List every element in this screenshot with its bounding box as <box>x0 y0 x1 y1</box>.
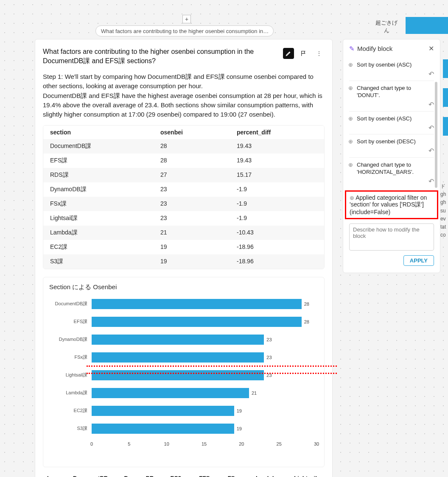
chart-bar[interactable]: Lightsail課 23 <box>92 368 318 382</box>
offscreen-swatches <box>443 59 448 146</box>
panel-title: Modify block <box>357 45 392 52</box>
wand-icon: ✎ <box>349 45 355 53</box>
bar-value: 21 <box>249 388 257 398</box>
highlighted-action: ⊕ Applied categorical filter on 'section… <box>345 190 438 219</box>
table-row: EFS課2819.43 <box>43 153 324 168</box>
chart-bar[interactable]: DynamoDB課 23 <box>92 333 318 346</box>
history-item: ⊕ Changed chart type to 'DONUT'. ↶ <box>349 81 434 112</box>
x-tick: 15 <box>202 441 207 446</box>
undo-icon[interactable]: ↶ <box>428 123 434 133</box>
color-swatch <box>406 17 448 34</box>
panel-scrollbar[interactable] <box>435 82 437 188</box>
more-icon[interactable]: ⋮ <box>314 48 325 59</box>
dataset-label: 超ごきげん <box>374 19 399 34</box>
table-row: DocumentDB課2819.43 <box>43 139 324 153</box>
chart-bar[interactable]: DocumentDB課 28 <box>92 297 318 311</box>
history-item: ⊕ Sort by osenbei (ASC) ↶ <box>349 112 434 135</box>
legend-item: FSx課 <box>228 475 242 477</box>
chart-bar[interactable]: S3課 19 <box>92 422 318 435</box>
undo-icon[interactable]: ↶ <box>428 100 434 109</box>
x-tick: 10 <box>164 441 169 446</box>
bar-label: FSx課 <box>49 354 90 360</box>
history-text: Changed chart type to 'HORIZONTAL_BARS'. <box>349 161 434 176</box>
history-text: Changed chart type to 'DONUT'. <box>349 84 434 99</box>
action-icon: ⊕ <box>348 138 353 145</box>
action-icon: ⊕ <box>348 61 353 69</box>
legend-item: DynamoDB課 <box>124 475 157 477</box>
flag-icon[interactable] <box>298 48 309 59</box>
close-icon[interactable]: ✕ <box>428 45 434 53</box>
bar-label: Lightsail課 <box>49 372 90 378</box>
results-table: sectionosenbeipercent_diff DocumentDB課28… <box>43 125 325 269</box>
hour-legend: hourDocumentDB課DynamoDB課EC2課EFS課FSx課Lamb… <box>43 467 325 477</box>
table-row: FSx課23-1.9 <box>43 197 324 211</box>
legend-item: EC2課 <box>171 475 186 477</box>
chart-bar[interactable]: FSx課 23 <box>92 351 318 364</box>
offscreen-text: ドghghsuevtatco <box>440 182 448 239</box>
table-row: EC2課19-18.96 <box>43 240 324 254</box>
legend-item: EFS課 <box>199 475 214 477</box>
chart-bar[interactable]: EFS課 28 <box>92 315 318 329</box>
bar-label: DynamoDB課 <box>49 336 90 343</box>
modify-block-panel: ✎ Modify block ✕ ⊕ Sort by osenbei (ASC)… <box>343 39 440 273</box>
bar-value: 28 <box>302 299 309 309</box>
legend-item: hour <box>47 475 59 477</box>
query-pill[interactable]: What factors are contributing to the hig… <box>95 25 274 36</box>
chart-bar[interactable]: Lambda課 21 <box>92 386 318 400</box>
table-row: RDS課2715.17 <box>43 168 324 182</box>
bar-value: 23 <box>264 335 272 345</box>
summary-text: DocumentDB課 and EFS課 have the highest av… <box>43 91 325 119</box>
analysis-card: What factors are contributing to the hig… <box>35 39 333 477</box>
bar-label: Lambda課 <box>49 390 90 396</box>
edit-icon[interactable] <box>283 48 294 59</box>
history-text: Sort by osenbei (DESC) <box>349 138 434 145</box>
bar-value: 19 <box>234 406 242 416</box>
action-icon: ⊕ <box>348 161 353 169</box>
bar-label: EC2課 <box>49 407 90 414</box>
bar-value: 28 <box>302 317 309 327</box>
step-text: Step 1: We'll start by comparing how Doc… <box>43 72 325 91</box>
bar-value: 23 <box>264 370 272 380</box>
action-icon: ⊕ <box>348 84 353 92</box>
filter-icon: ⊕ <box>350 195 354 201</box>
bar-label: DocumentDB課 <box>49 301 90 307</box>
table-row: Lambda課21-10.43 <box>43 226 324 240</box>
x-tick: 5 <box>128 441 130 446</box>
table-row: S3課19-18.96 <box>43 254 324 269</box>
table-row: DynamoDB課23-1.9 <box>43 182 324 197</box>
highlighted-text: Applied categorical filter on 'section' … <box>350 194 427 215</box>
bar-label: S3課 <box>49 425 90 432</box>
legend-item: Lightsail課 <box>294 475 320 477</box>
add-block-button[interactable]: + <box>182 15 191 23</box>
history-text: Sort by osenbei (ASC) <box>349 61 434 69</box>
bar-value: 19 <box>234 424 242 434</box>
undo-icon[interactable]: ↶ <box>428 146 434 156</box>
history-item: ⊕ Sort by osenbei (DESC) ↶ <box>349 134 434 158</box>
bar-value: 23 <box>264 352 272 363</box>
chart-card: Section による Osenbei DocumentDB課 28 EFS課 … <box>43 277 325 467</box>
table-row: Lightsail課23-1.9 <box>43 211 324 226</box>
query-pill-text: What factors are contributing to the hig… <box>101 28 269 34</box>
apply-button[interactable]: APPLY <box>403 255 434 266</box>
undo-icon[interactable]: ↶ <box>428 70 434 79</box>
x-tick: 30 <box>314 441 319 446</box>
legend-item: DocumentDB課 <box>73 475 111 477</box>
chart-bar[interactable]: EC2課 19 <box>92 404 318 418</box>
x-tick: 0 <box>90 441 93 446</box>
table-header: sectionosenbeipercent_diff <box>43 126 324 139</box>
legend-item: Lambda課 <box>256 475 280 477</box>
modify-input[interactable] <box>349 223 434 251</box>
card-title: What factors are contributing to the hig… <box>43 47 283 66</box>
bar-label: EFS課 <box>49 318 90 325</box>
x-tick: 20 <box>239 441 244 446</box>
chart-title: Section による Osenbei <box>49 283 318 291</box>
action-icon: ⊕ <box>348 115 353 123</box>
x-tick: 25 <box>277 441 282 446</box>
undo-icon[interactable]: ↶ <box>428 177 434 186</box>
history-item: ⊕ Changed chart type to 'HORIZONTAL_BARS… <box>349 158 434 188</box>
history-text: Sort by osenbei (ASC) <box>349 115 434 123</box>
history-item: ⊕ Sort by osenbei (ASC) ↶ <box>349 58 434 81</box>
